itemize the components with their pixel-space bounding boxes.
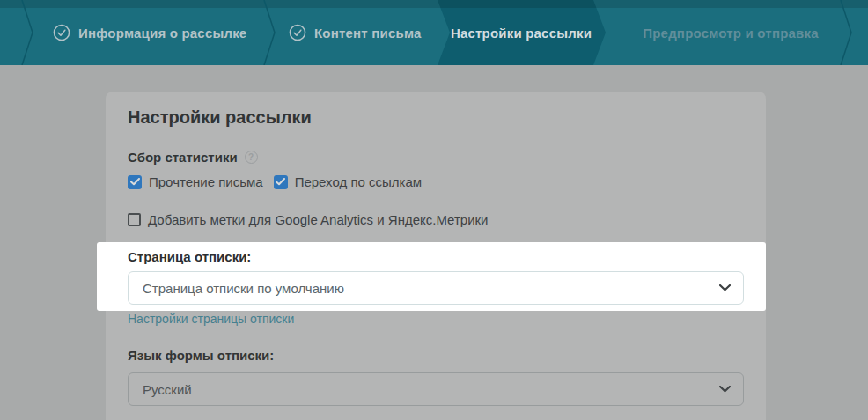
stats-label: Сбор статистики (128, 150, 238, 165)
checkbox-label: Переход по ссылкам (295, 174, 422, 189)
tab-campaign-info[interactable]: Информация о рассылке (53, 0, 246, 65)
page-title: Настройки рассылки (128, 107, 312, 128)
selected-option: Русский (143, 382, 192, 397)
tab-label: Контент письма (314, 26, 422, 41)
checkbox-link-clicks[interactable]: Переход по ссылкам (274, 174, 422, 189)
unsubscribe-language-select[interactable]: Русский (128, 372, 744, 406)
unsubscribe-page-label: Страница отписки: (128, 249, 251, 264)
tab-label: Настройки рассылки (451, 26, 592, 41)
tab-preview-and-send[interactable]: Предпросмотр и отправка (621, 0, 841, 65)
tab-campaign-settings[interactable]: Настройки рассылки (438, 0, 605, 65)
unsubscribe-page-spotlight: Страница отписки: Страница отписки по ум… (97, 242, 766, 311)
tab-letter-content[interactable]: Контент письма (289, 0, 422, 65)
stats-checkbox-row: Прочтение письма Переход по ссылкам (128, 174, 422, 189)
unsubscribe-language-label: Язык формы отписки: (128, 348, 274, 363)
app-window: Информация о рассылке Контент письма Нас… (0, 0, 868, 420)
unsubscribe-page-select[interactable]: Страница отписки по умолчанию (128, 271, 744, 305)
checkbox-label: Добавить метки для Google Analytics и Ян… (148, 212, 488, 227)
checkbox-checked-icon (128, 175, 142, 189)
checkbox-label: Прочтение письма (149, 174, 263, 189)
chevron-down-icon (719, 284, 731, 291)
checkbox-email-read[interactable]: Прочтение письма (128, 174, 263, 189)
unsubscribe-page-settings-link[interactable]: Настройки страницы отписки (128, 312, 294, 326)
circle-check-icon (53, 24, 70, 41)
checkbox-unchecked-icon (128, 213, 141, 226)
chevron-down-icon (719, 386, 731, 393)
campaign-wizard-steps: Информация о рассылке Контент письма Нас… (0, 0, 868, 65)
selected-option: Страница отписки по умолчанию (143, 281, 344, 296)
circle-check-icon (289, 24, 306, 41)
utm-checkbox-row: Добавить метки для Google Analytics и Ян… (128, 212, 488, 227)
stats-section-header: Сбор статистики ? (128, 150, 258, 165)
checkbox-checked-icon (274, 175, 288, 189)
help-icon[interactable]: ? (245, 151, 258, 164)
tab-label: Информация о рассылке (78, 26, 246, 41)
tab-label: Предпросмотр и отправка (643, 26, 818, 41)
checkbox-analytics-tags[interactable]: Добавить метки для Google Analytics и Ян… (128, 212, 488, 227)
